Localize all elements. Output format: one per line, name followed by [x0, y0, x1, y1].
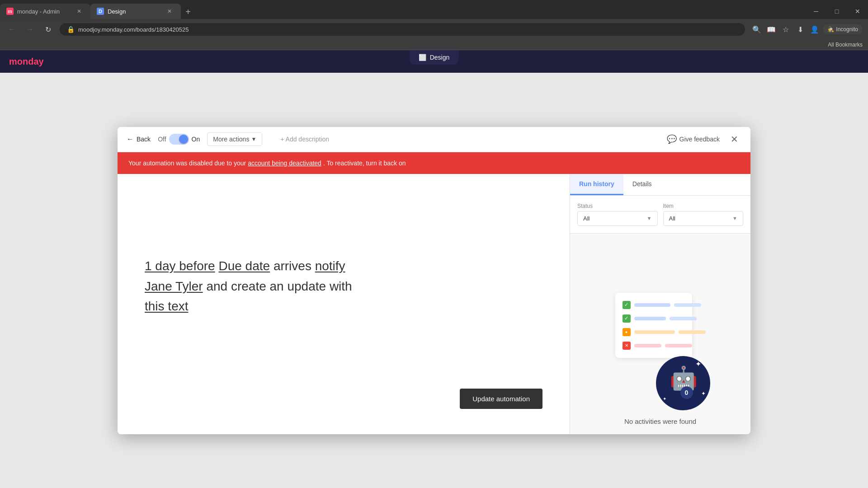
illus-row-2: ✓ [621, 312, 687, 325]
browser-window: m monday - Admin ✕ D Design ✕ + ─ □ ✕ ← … [0, 0, 868, 488]
back-button[interactable]: ← Back [127, 135, 151, 143]
close-window-button[interactable]: ✕ [847, 4, 868, 19]
content-area: 1 day before Due date arrives notify Jan… [118, 174, 750, 434]
favorites-icon[interactable]: ☆ [779, 23, 792, 36]
alert-message-after: . To reactivate, turn it back on [323, 160, 406, 167]
illustration-list: ✓ ✓ [615, 293, 692, 358]
more-actions-chevron-icon: ▼ [251, 136, 256, 142]
bookmarks-bar: All Bookmarks [0, 40, 868, 50]
tab-favicon-design: D [97, 8, 104, 15]
update-automation-button[interactable]: Update automation [460, 389, 542, 409]
tab-favicon-admin: m [6, 8, 14, 15]
incognito-badge: 🕵️ Incognito [823, 24, 863, 34]
give-feedback-label: Give feedback [679, 136, 720, 143]
illus-line-2a [634, 317, 666, 320]
design-icon: ⬜ [419, 54, 426, 61]
back-nav-button[interactable]: ← [5, 23, 18, 36]
browser-tabs-bar: m monday - Admin ✕ D Design ✕ + ─ □ ✕ [0, 0, 868, 19]
tab-close-design[interactable]: ✕ [165, 7, 174, 15]
automation-part3: arrives [274, 259, 311, 273]
forward-nav-button[interactable]: → [24, 23, 36, 36]
modal-wrapper: ← Back Off On More actions ▼ + [0, 73, 868, 488]
back-arrow-icon: ← [127, 135, 134, 143]
illus-line-2b [670, 317, 697, 320]
automation-part5[interactable]: Jane Tyler [145, 279, 203, 293]
item-filter-chevron-icon: ▼ [732, 216, 737, 221]
more-actions-label: More actions [213, 136, 249, 143]
all-bookmarks-label[interactable]: All Bookmarks [828, 42, 863, 48]
alert-link[interactable]: account being deactivated [248, 160, 321, 167]
empty-state: ✓ ✓ [570, 234, 750, 434]
illus-line-3b [679, 330, 706, 334]
search-extensions-icon[interactable]: 🔍 [750, 23, 763, 36]
tab-title-design: Design [108, 8, 162, 15]
automation-part1[interactable]: 1 day before [145, 259, 215, 273]
new-tab-button[interactable]: + [181, 5, 195, 19]
download-icon[interactable]: ⬇ [794, 23, 807, 36]
reader-mode-icon[interactable]: 📖 [765, 23, 778, 36]
item-filter-group: Item All ▼ [663, 203, 744, 226]
design-title-pill: ⬜ Design [410, 50, 459, 65]
automation-part4[interactable]: notify [315, 259, 345, 273]
address-bar[interactable]: 🔒 moodjoy.monday.com/boards/1830420525 [60, 23, 745, 36]
address-bar-row: ← → ↻ 🔒 moodjoy.monday.com/boards/183042… [0, 19, 868, 40]
star-2: ✦ [663, 396, 666, 401]
illus-checkbox-4: ✕ [623, 342, 631, 350]
design-title-label: Design [430, 54, 450, 61]
tab-design[interactable]: D Design ✕ [90, 4, 181, 19]
automation-toggle[interactable] [169, 134, 189, 145]
illustration-circle: 🤖 ✦ ✦ ✦ 0 [656, 356, 710, 410]
give-feedback-button[interactable]: 💬 Give feedback [667, 134, 720, 144]
item-filter-value: All [669, 215, 675, 222]
illus-line-1a [634, 303, 670, 307]
alert-banner: Your automation was disabled due to your… [118, 152, 750, 174]
tab-admin[interactable]: m monday - Admin ✕ [0, 4, 90, 19]
automation-part6: and create an update with [206, 279, 352, 293]
automation-toolbar: ← Back Off On More actions ▼ + [118, 127, 750, 152]
automation-editor: 1 day before Due date arrives notify Jan… [118, 174, 570, 434]
status-filter-select[interactable]: All ▼ [577, 211, 658, 226]
automation-modal: ← Back Off On More actions ▼ + [118, 127, 750, 434]
alert-message-before: Your automation was disabled due to your [128, 160, 246, 167]
automation-text: 1 day before Due date arrives notify Jan… [145, 256, 352, 317]
empty-illustration: ✓ ✓ [611, 284, 710, 410]
illus-line-4a [634, 344, 661, 347]
illus-row-3: ● [621, 325, 687, 339]
illus-row-4: ✕ [621, 339, 687, 352]
illus-checkbox-1: ✓ [623, 301, 631, 309]
back-label: Back [137, 136, 151, 143]
profile-icon[interactable]: 👤 [808, 23, 821, 36]
item-filter-label: Item [663, 203, 744, 209]
empty-state-text: No activities were found [624, 418, 696, 425]
automation-part7[interactable]: this text [145, 299, 188, 313]
item-filter-select[interactable]: All ▼ [663, 211, 744, 226]
minimize-button[interactable]: ─ [806, 4, 826, 19]
modal-close-button[interactable]: ✕ [727, 132, 741, 146]
browser-toolbar-icons: 🔍 📖 ☆ ⬇ 👤 🕵️ Incognito [750, 23, 863, 36]
illus-line-1b [674, 303, 701, 307]
tab-details[interactable]: Details [623, 174, 661, 195]
run-history-panel: Run history Details Status All ▼ [570, 174, 750, 434]
maximize-button[interactable]: □ [826, 4, 847, 19]
tab-run-history[interactable]: Run history [570, 174, 623, 195]
page-background: monday ⬜ Design ← Back Off [0, 50, 868, 488]
incognito-icon: 🕵️ [827, 26, 834, 33]
toggle-knob [179, 135, 188, 144]
status-filter-group: Status All ▼ [577, 203, 658, 226]
tab-close-admin[interactable]: ✕ [75, 7, 83, 15]
panel-tabs: Run history Details [570, 174, 750, 196]
add-description-button[interactable]: + Add description [280, 136, 329, 143]
star-3: ✦ [701, 390, 706, 397]
illus-line-3 [634, 330, 675, 334]
more-actions-button[interactable]: More actions ▼ [207, 132, 262, 146]
illus-checkbox-2: ✓ [623, 314, 631, 323]
feedback-icon: 💬 [667, 134, 677, 144]
automation-part2[interactable]: Due date [218, 259, 270, 273]
illus-checkbox-3: ● [623, 328, 631, 336]
panel-filters: Status All ▼ Item All ▼ [570, 196, 750, 234]
status-filter-label: Status [577, 203, 658, 209]
reload-button[interactable]: ↻ [42, 23, 54, 36]
monday-logo: monday [9, 56, 44, 67]
off-label: Off [158, 136, 166, 143]
tab-title-admin: monday - Admin [17, 8, 71, 15]
